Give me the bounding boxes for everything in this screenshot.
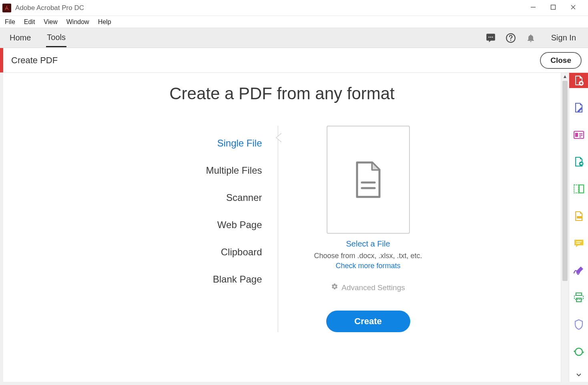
gear-icon bbox=[331, 283, 338, 292]
option-clipboard[interactable]: Clipboard bbox=[110, 239, 262, 266]
menu-help[interactable]: Help bbox=[98, 18, 111, 26]
svg-rect-20 bbox=[577, 216, 582, 219]
create-button[interactable]: Create bbox=[326, 311, 410, 332]
menu-edit[interactable]: Edit bbox=[24, 18, 35, 26]
tab-home[interactable]: Home bbox=[9, 29, 32, 46]
tool-name: Create PDF bbox=[11, 55, 58, 66]
advanced-settings-link: Advanced Settings bbox=[282, 283, 454, 292]
rail-protect-icon[interactable] bbox=[569, 317, 588, 332]
svg-point-6 bbox=[492, 36, 493, 38]
rail-print-icon[interactable] bbox=[569, 290, 588, 305]
menubar: File Edit View Window Help bbox=[0, 16, 588, 28]
tool-accent-bar bbox=[0, 48, 3, 72]
close-button[interactable]: Close bbox=[540, 52, 582, 69]
main-panel: Select a File Choose from .docx, .xlsx, … bbox=[282, 126, 454, 332]
divider-line bbox=[278, 126, 278, 332]
menu-file[interactable]: File bbox=[5, 18, 15, 26]
svg-rect-23 bbox=[576, 293, 582, 295]
check-more-formats-link[interactable]: Check more formats bbox=[282, 262, 454, 270]
svg-rect-18 bbox=[574, 185, 578, 193]
page-title: Create a PDF from any format bbox=[3, 84, 561, 103]
tabsbar: Home Tools Sign In bbox=[0, 28, 588, 48]
sign-in-link[interactable]: Sign In bbox=[551, 33, 576, 42]
svg-point-5 bbox=[490, 36, 491, 38]
rail-organize-icon[interactable] bbox=[569, 127, 588, 142]
rail-comment-icon[interactable] bbox=[569, 236, 588, 251]
minimize-icon[interactable] bbox=[530, 4, 536, 12]
select-file-link[interactable]: Select a File bbox=[282, 239, 454, 249]
rail-fill-sign-icon[interactable] bbox=[569, 263, 588, 278]
advanced-settings-label: Advanced Settings bbox=[341, 283, 405, 292]
tool-header: Create PDF Close bbox=[0, 48, 588, 73]
menu-window[interactable]: Window bbox=[66, 18, 89, 26]
rail-export-icon[interactable] bbox=[569, 154, 588, 169]
svg-rect-19 bbox=[579, 185, 584, 193]
option-multiple-files[interactable]: Multiple Files bbox=[110, 157, 262, 184]
svg-rect-25 bbox=[576, 298, 581, 302]
svg-point-4 bbox=[488, 36, 490, 38]
workarea: Create a PDF from any format Single File… bbox=[3, 73, 588, 382]
rail-create-pdf-icon[interactable] bbox=[569, 73, 588, 88]
rail-expand-icon[interactable] bbox=[576, 371, 582, 379]
option-scanner[interactable]: Scanner bbox=[110, 184, 262, 211]
vertical-scrollbar[interactable]: ▲ bbox=[561, 73, 569, 382]
bell-icon[interactable] bbox=[524, 31, 538, 45]
titlebar: Adobe Acrobat Pro DC bbox=[0, 0, 588, 16]
rail-optimize-icon[interactable] bbox=[569, 344, 588, 359]
scroll-up-icon[interactable]: ▲ bbox=[561, 74, 569, 79]
document-icon bbox=[353, 161, 383, 199]
source-options-list: Single File Multiple Files Scanner Web P… bbox=[110, 126, 262, 332]
svg-rect-24 bbox=[574, 295, 583, 299]
selection-notch bbox=[276, 133, 281, 142]
file-hint-text: Choose from .docx, .xlsx, .txt, etc. bbox=[282, 252, 454, 260]
scroll-thumb[interactable] bbox=[562, 81, 568, 281]
rail-edit-pdf-icon[interactable] bbox=[569, 100, 588, 115]
rail-compare-icon[interactable] bbox=[569, 181, 588, 197]
option-web-page[interactable]: Web Page bbox=[110, 211, 262, 239]
svg-point-8 bbox=[510, 40, 511, 41]
chat-icon[interactable] bbox=[484, 31, 498, 45]
app-logo-icon bbox=[2, 4, 11, 12]
close-icon[interactable] bbox=[570, 4, 576, 12]
option-single-file[interactable]: Single File bbox=[110, 130, 262, 157]
rail-redact-icon[interactable] bbox=[569, 209, 588, 224]
content-area: Create a PDF from any format Single File… bbox=[3, 73, 561, 382]
window-controls bbox=[530, 4, 586, 12]
option-blank-page[interactable]: Blank Page bbox=[110, 266, 262, 293]
menu-view[interactable]: View bbox=[44, 18, 57, 26]
maximize-icon[interactable] bbox=[550, 4, 556, 12]
tools-rail bbox=[569, 73, 588, 382]
help-icon[interactable] bbox=[504, 31, 518, 45]
svg-rect-1 bbox=[551, 5, 556, 9]
app-title: Adobe Acrobat Pro DC bbox=[15, 4, 84, 12]
svg-rect-13 bbox=[575, 133, 578, 137]
file-drop-box[interactable] bbox=[327, 126, 410, 234]
tab-tools[interactable]: Tools bbox=[46, 29, 66, 47]
